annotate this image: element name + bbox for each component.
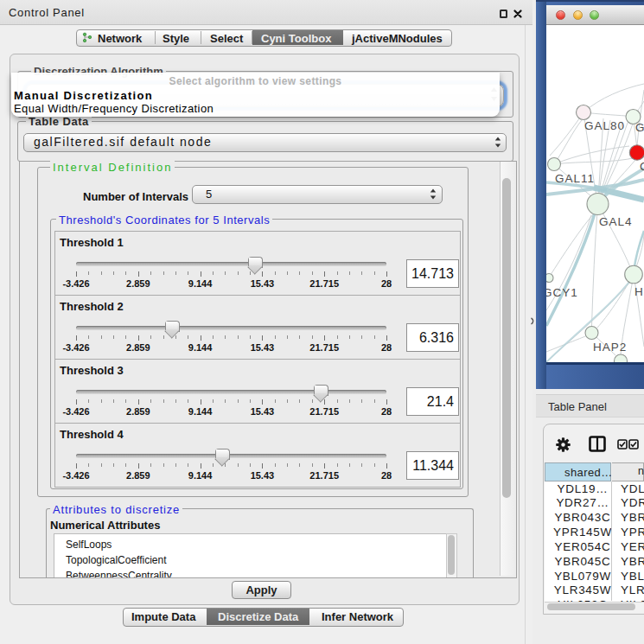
svg-text:C: C	[640, 160, 644, 173]
svg-text:GAL4: GAL4	[599, 215, 633, 228]
svg-text:GCY1: GCY1	[546, 286, 578, 299]
svg-text:GAL11: GAL11	[555, 172, 595, 185]
svg-text:HAP2: HAP2	[593, 341, 627, 354]
svg-text:G.: G.	[635, 121, 644, 134]
svg-text:GAL80: GAL80	[584, 119, 625, 132]
svg-text:H: H	[634, 285, 644, 298]
